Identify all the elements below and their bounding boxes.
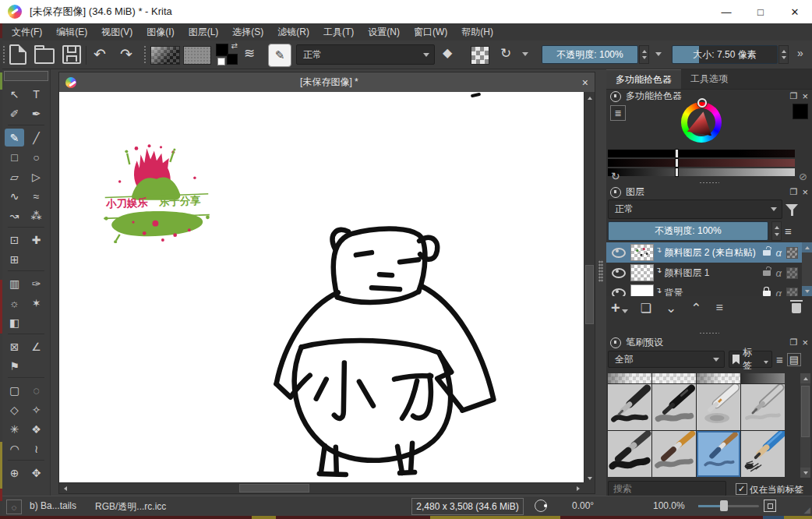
layer-list-scrollbar[interactable] xyxy=(802,242,812,296)
move-layer-down-button[interactable]: ⌄ xyxy=(665,300,676,316)
refresh-shades-icon[interactable]: ↻ xyxy=(611,170,620,182)
storage-button[interactable]: ▤ xyxy=(787,353,801,366)
brush-size-slider[interactable]: 大小: 7.50 像素 xyxy=(672,45,778,64)
tool-calligraphy[interactable]: ✒ xyxy=(26,104,46,122)
display-mode-button[interactable]: ≡ xyxy=(776,353,783,366)
layer-row-selected[interactable]: ↴ 颜料图层 2 (来自粘贴) α xyxy=(606,242,812,263)
layer-row[interactable]: ↴ 颜料图层 1 α xyxy=(606,263,812,283)
menu-help[interactable]: 帮助(H) xyxy=(454,24,500,41)
tool-polygon[interactable]: ▱ xyxy=(5,168,24,185)
rotation-dial-icon[interactable] xyxy=(535,500,547,512)
zoom-percent-value[interactable]: 100.0% xyxy=(653,500,685,511)
selection-mode-icon[interactable]: ◌ xyxy=(6,500,22,514)
layer-name[interactable]: 颜料图层 1 xyxy=(664,267,759,280)
panel-resize-handle[interactable] xyxy=(699,182,719,184)
alpha-lock-icon[interactable]: α xyxy=(776,288,782,297)
tool-crop[interactable]: ⊞ xyxy=(5,250,24,268)
tool-pan[interactable]: ✥ xyxy=(26,464,46,482)
rotation-angle-value[interactable]: 0.00° xyxy=(572,500,594,511)
alpha-lock-icon[interactable]: α xyxy=(776,247,782,259)
menu-edit[interactable]: 编辑(E) xyxy=(49,24,94,41)
tab-tool-options[interactable]: 工具选项 xyxy=(681,69,737,89)
brush-grid-scrollbar[interactable] xyxy=(800,373,810,478)
redo-button[interactable]: ↷ xyxy=(120,45,132,63)
color-history-bar[interactable] xyxy=(608,150,795,157)
tool-text[interactable]: T xyxy=(26,85,46,103)
brush-preset-ink-pen[interactable] xyxy=(608,384,651,430)
brush-preset-silver-pencil[interactable] xyxy=(741,384,785,430)
subwindow-title-bar[interactable]: [未保存图像] * × xyxy=(59,72,595,92)
gamut-mask-off-icon[interactable]: ⊘ xyxy=(799,171,807,182)
preserve-alpha-button[interactable] xyxy=(471,46,489,65)
bar-handle[interactable] xyxy=(675,158,679,168)
add-layer-dropdown-icon[interactable] xyxy=(622,309,628,313)
tool-colorize-mask[interactable]: ☼ xyxy=(5,294,24,312)
brush-preset-partial[interactable] xyxy=(652,373,696,383)
brush-search-input[interactable] xyxy=(608,481,726,496)
menu-settings[interactable]: 设置(N) xyxy=(361,24,407,41)
tool-assistants[interactable]: ⊠ xyxy=(5,337,24,355)
tool-freehand-brush[interactable]: ✎ xyxy=(5,129,24,147)
foreground-background-colors[interactable]: ⇄ xyxy=(216,44,238,65)
tool-multibrush[interactable]: ⁂ xyxy=(26,207,46,224)
minimize-button[interactable]: — xyxy=(709,0,743,23)
panel-lock-icon[interactable] xyxy=(610,187,621,198)
tool-freehand-select[interactable]: ✧ xyxy=(26,401,46,418)
brush-preset-orange-paintbrush[interactable] xyxy=(652,431,696,477)
tool-fill[interactable]: ◧ xyxy=(5,313,24,331)
float-panel-icon[interactable]: ❐ xyxy=(790,91,798,101)
tool-transform[interactable]: ⊡ xyxy=(5,231,24,249)
canvas-vscrollbar[interactable] xyxy=(584,92,595,484)
open-document-button[interactable] xyxy=(34,44,55,64)
brush-preset-blue-pencil[interactable] xyxy=(741,431,785,477)
vscrollbar-thumb[interactable] xyxy=(585,265,594,324)
toolbar-grip[interactable] xyxy=(2,45,6,64)
tool-dynamic-brush[interactable]: ↝ xyxy=(5,207,24,224)
zoom-slider-handle[interactable] xyxy=(720,500,728,511)
menu-image[interactable]: 图像(I) xyxy=(139,24,181,41)
close-panel-icon[interactable]: × xyxy=(802,186,808,198)
size-spinner[interactable] xyxy=(778,45,789,64)
opacity-spinner[interactable] xyxy=(639,45,649,64)
save-button[interactable] xyxy=(62,45,81,64)
layer-row[interactable]: ↴ 背景 α xyxy=(606,283,812,296)
tool-polyline[interactable]: ▷ xyxy=(26,168,46,185)
chevron-down-icon[interactable] xyxy=(522,52,528,56)
panel-resize-handle[interactable] xyxy=(699,332,719,334)
bar-handle[interactable] xyxy=(675,168,679,177)
layer-thumbnail[interactable] xyxy=(630,284,654,296)
layer-properties-button[interactable]: ≡ xyxy=(716,301,722,315)
tool-reference-images[interactable]: ⚑ xyxy=(5,357,24,375)
toolbar-overflow-button[interactable]: » xyxy=(797,47,803,59)
move-layer-up-button[interactable]: ⌃ xyxy=(690,300,701,316)
brush-filter-dropdown[interactable]: 全部 xyxy=(608,351,725,368)
visibility-eye-icon[interactable] xyxy=(612,248,626,258)
eraser-mode-button[interactable]: ◆ xyxy=(443,45,452,60)
tool-line[interactable]: ╱ xyxy=(26,129,46,147)
layer-opacity-spinner[interactable] xyxy=(771,221,782,241)
spin-down-icon[interactable] xyxy=(642,56,647,59)
float-panel-icon[interactable]: ❐ xyxy=(790,337,798,348)
tool-freehand-path[interactable]: ≈ xyxy=(26,187,46,205)
tool-move[interactable]: ✚ xyxy=(26,231,46,249)
scroll-up-icon[interactable] xyxy=(584,93,595,103)
dock-splitter-handle[interactable] xyxy=(598,260,603,282)
tool-ellipse[interactable]: ○ xyxy=(26,148,46,166)
hue-shade-bar[interactable] xyxy=(608,159,795,167)
layer-filter-icon[interactable] xyxy=(786,203,798,216)
float-panel-icon[interactable]: ❐ xyxy=(790,187,798,197)
close-button[interactable]: ✕ xyxy=(778,0,812,23)
add-layer-button[interactable]: + xyxy=(611,299,620,317)
layer-opacity-slider[interactable]: 不透明度: 100% xyxy=(608,221,768,241)
tool-smart-patch[interactable]: ✶ xyxy=(26,294,46,312)
hscrollbar-thumb[interactable] xyxy=(239,484,309,493)
inherit-alpha-icon[interactable] xyxy=(786,267,798,279)
layer-thumbnail[interactable] xyxy=(630,264,654,281)
brush-preset-watercolor-selected[interactable] xyxy=(697,431,740,477)
tool-polygon-select[interactable]: ◇ xyxy=(5,401,24,418)
menu-select[interactable]: 选择(S) xyxy=(225,24,270,41)
tool-rect-select[interactable]: ▢ xyxy=(5,381,24,399)
scroll-up-icon[interactable] xyxy=(802,242,812,252)
close-panel-icon[interactable]: × xyxy=(802,90,808,102)
bar-handle[interactable] xyxy=(675,149,679,158)
